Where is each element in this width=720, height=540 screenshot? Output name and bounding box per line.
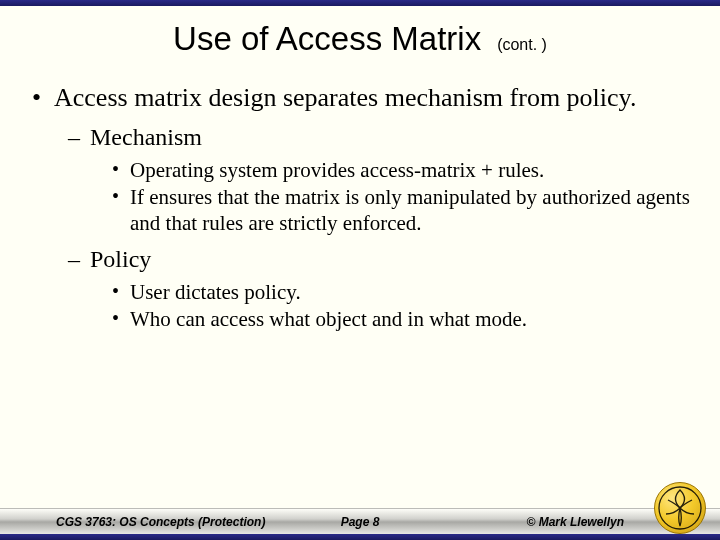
bullet-list-level1: Access matrix design separates mechanism… <box>30 82 690 333</box>
bullet-text: User dictates policy. <box>130 280 301 304</box>
list-item: Mechanism Operating system provides acce… <box>68 121 690 237</box>
bullet-text: If ensures that the matrix is only manip… <box>130 185 690 235</box>
list-item: If ensures that the matrix is only manip… <box>112 184 690 237</box>
footer: CGS 3763: OS Concepts (Protection) Page … <box>0 508 720 540</box>
bottom-divider <box>0 534 720 540</box>
bullet-list-level3: User dictates policy. Who can access wha… <box>90 279 690 333</box>
footer-course: CGS 3763: OS Concepts (Protection) <box>56 515 265 529</box>
content-area: Access matrix design separates mechanism… <box>0 64 720 540</box>
slide-title-cont: (cont. ) <box>497 36 547 53</box>
bullet-text: Who can access what object and in what m… <box>130 307 527 331</box>
bullet-text: Access matrix design separates mechanism… <box>54 83 636 112</box>
ucf-logo-icon <box>654 482 706 534</box>
title-area: Use of Access Matrix (cont. ) <box>0 6 720 64</box>
footer-copyright: © Mark Llewellyn <box>526 515 624 529</box>
list-item: Who can access what object and in what m… <box>112 306 690 332</box>
footer-bar: CGS 3763: OS Concepts (Protection) Page … <box>0 508 720 534</box>
bullet-text: Operating system provides access-matrix … <box>130 158 544 182</box>
list-item: Policy User dictates policy. Who can acc… <box>68 243 690 333</box>
list-item: User dictates policy. <box>112 279 690 305</box>
list-item: Operating system provides access-matrix … <box>112 157 690 183</box>
list-item: Access matrix design separates mechanism… <box>30 82 690 333</box>
bullet-text: Policy <box>90 246 151 272</box>
slide: Use of Access Matrix (cont. ) Access mat… <box>0 0 720 540</box>
bullet-text: Mechanism <box>90 124 202 150</box>
bullet-list-level2: Mechanism Operating system provides acce… <box>54 121 690 333</box>
bullet-list-level3: Operating system provides access-matrix … <box>90 157 690 237</box>
slide-title: Use of Access Matrix <box>173 20 481 57</box>
